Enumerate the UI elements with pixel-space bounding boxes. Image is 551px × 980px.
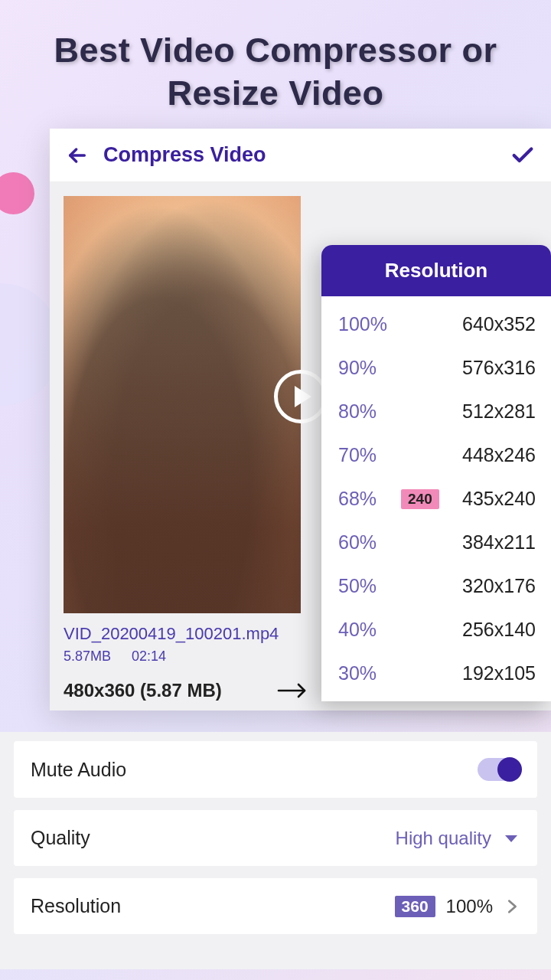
file-duration: 02:14 xyxy=(132,648,166,664)
resolution-option[interactable]: 50%320x176 xyxy=(321,564,551,608)
resolution-option[interactable]: 80%512x281 xyxy=(321,390,551,433)
resolution-option[interactable]: 68%240435x240 xyxy=(321,477,551,521)
app-bar: Compress Video xyxy=(50,129,551,182)
back-icon[interactable] xyxy=(65,143,90,168)
mute-toggle[interactable] xyxy=(478,758,520,781)
chevron-down-icon xyxy=(502,829,520,848)
option-badge: 240 xyxy=(401,489,439,509)
option-dims: 192x105 xyxy=(462,662,536,684)
file-size: 5.87MB xyxy=(64,648,111,664)
option-dims: 512x281 xyxy=(462,400,536,423)
option-dims: 384x211 xyxy=(462,531,536,554)
resolution-option[interactable]: 40%256x140 xyxy=(321,608,551,652)
option-pct: 40% xyxy=(338,619,396,641)
option-dims: 256x140 xyxy=(462,619,536,641)
option-dims: 320x176 xyxy=(462,575,536,597)
resolution-pct: 100% xyxy=(446,896,493,917)
option-pct: 80% xyxy=(338,400,396,423)
settings-panel: Mute Audio Quality High quality Resoluti… xyxy=(0,732,551,969)
screen-title: Compress Video xyxy=(103,143,266,167)
resolution-badge: 360 xyxy=(395,896,435,917)
resolution-popup: Resolution 100%640x35290%576x31680%512x2… xyxy=(321,245,551,701)
mute-audio-label: Mute Audio xyxy=(31,759,126,781)
option-dims: 448x246 xyxy=(462,444,536,466)
resolution-option[interactable]: 90%576x316 xyxy=(321,346,551,390)
option-dims: 576x316 xyxy=(462,357,536,379)
quality-value: High quality xyxy=(396,828,491,849)
option-pct: 50% xyxy=(338,575,396,597)
bg-decoration xyxy=(0,172,34,214)
resolution-row[interactable]: Resolution 360 100% xyxy=(14,878,537,934)
current-resolution: 480x360 (5.87 MB) xyxy=(64,680,222,701)
option-pct: 30% xyxy=(338,662,396,684)
option-dims: 640x352 xyxy=(462,313,536,335)
resolution-option[interactable]: 60%384x211 xyxy=(321,521,551,564)
option-pct: 70% xyxy=(338,444,396,466)
page-title: Best Video Compressor or Resize Video xyxy=(0,0,551,131)
mute-audio-row[interactable]: Mute Audio xyxy=(14,741,537,798)
option-pct: 100% xyxy=(338,313,396,335)
quality-row[interactable]: Quality High quality xyxy=(14,810,537,866)
confirm-icon[interactable] xyxy=(510,142,536,168)
resolution-option[interactable]: 70%448x246 xyxy=(321,433,551,477)
resolution-option[interactable]: 30%192x105 xyxy=(321,652,551,695)
option-pct: 90% xyxy=(338,357,396,379)
quality-label: Quality xyxy=(31,827,90,849)
resolution-list: 100%640x35290%576x31680%512x28170%448x24… xyxy=(321,296,551,701)
arrow-right-icon xyxy=(277,680,308,701)
popup-title: Resolution xyxy=(321,245,551,296)
play-icon[interactable] xyxy=(274,370,328,423)
resolution-label: Resolution xyxy=(31,895,121,917)
option-pct: 68% xyxy=(338,488,396,510)
option-pct: 60% xyxy=(338,531,396,554)
option-dims: 435x240 xyxy=(462,488,536,510)
resolution-option[interactable]: 100%640x352 xyxy=(321,302,551,346)
chevron-right-icon xyxy=(504,897,520,916)
